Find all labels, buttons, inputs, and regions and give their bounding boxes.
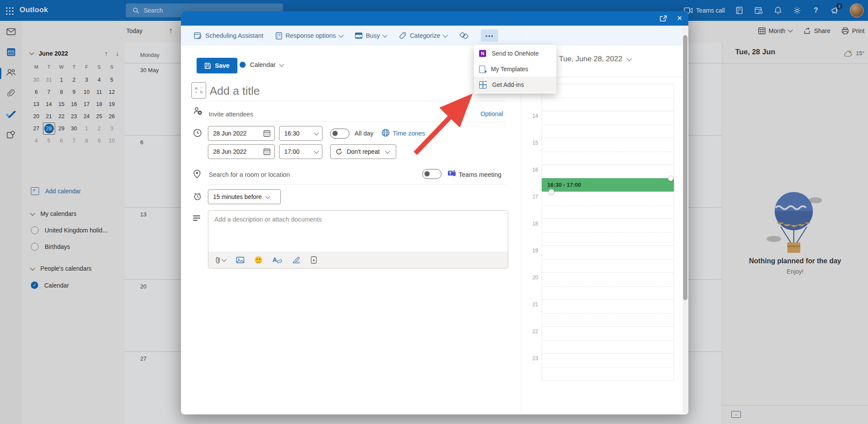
location-input[interactable]: Search for a room or location bbox=[209, 171, 290, 178]
optional-attendees-link[interactable]: Optional bbox=[480, 110, 503, 117]
response-options-button[interactable]: Response options bbox=[276, 32, 343, 40]
day-hour-row[interactable]: 20 bbox=[542, 272, 674, 299]
day-panel-header[interactable]: Tue, June 28, 2022 bbox=[559, 55, 631, 63]
time-zones-globe-icon bbox=[381, 129, 390, 137]
day-hour-row[interactable]: 19 bbox=[542, 245, 674, 272]
chevron-down-icon bbox=[627, 56, 631, 61]
room-finder-icon bbox=[459, 32, 469, 40]
day-hour-row[interactable] bbox=[542, 84, 674, 111]
half-hour-line bbox=[542, 205, 674, 206]
event-resize-handle-top[interactable] bbox=[668, 176, 674, 181]
teams-meeting-toggle[interactable] bbox=[422, 169, 441, 179]
scrollbar[interactable] bbox=[683, 26, 688, 413]
all-day-label: All day bbox=[355, 130, 374, 137]
hour-label: 22 bbox=[526, 328, 538, 335]
half-hour-line bbox=[542, 98, 674, 98]
half-hour-line bbox=[542, 313, 674, 314]
location-pin-icon bbox=[193, 169, 201, 179]
day-hour-row[interactable]: 15 bbox=[542, 138, 674, 165]
reminder-value: 15 minutes before bbox=[213, 193, 262, 200]
event-emoji-picker[interactable]: ⊘♡+↻ bbox=[191, 82, 206, 99]
busy-label: Busy bbox=[366, 32, 380, 39]
description-editor[interactable]: Add a description or attach documents A bbox=[208, 210, 508, 268]
close-icon[interactable]: ✕ bbox=[677, 14, 682, 22]
day-hour-row[interactable]: 18 bbox=[542, 219, 674, 245]
menu-item-send-to-onenote[interactable]: NSend to OneNote bbox=[474, 46, 556, 61]
new-event-dialog: ✕ Scheduling Assistant Response options … bbox=[181, 11, 688, 414]
scheduling-assistant-button[interactable]: Scheduling Assistant bbox=[194, 32, 263, 40]
day-hour-row[interactable]: 14 bbox=[542, 111, 674, 138]
event-block[interactable]: 16:30 - 17:00 bbox=[542, 178, 674, 192]
event-resize-handle-bottom[interactable] bbox=[549, 189, 554, 195]
more-options-button[interactable]: ••• bbox=[481, 30, 498, 42]
event-time-label: 16:30 - 17:00 bbox=[547, 182, 581, 188]
description-placeholder: Add a description or attach documents bbox=[214, 216, 322, 223]
chevron-down-icon bbox=[382, 33, 387, 37]
scheduling-assistant-label: Scheduling Assistant bbox=[205, 32, 263, 39]
repeat-dropdown[interactable]: Don't repeat bbox=[330, 144, 396, 159]
save-label: Save bbox=[215, 62, 230, 69]
day-hour-row[interactable]: 22 bbox=[542, 326, 674, 353]
reminder-alarm-icon bbox=[193, 192, 202, 201]
day-hour-row[interactable]: 21 bbox=[542, 299, 674, 326]
chevron-down-icon bbox=[385, 149, 390, 153]
chevron-down-icon bbox=[314, 130, 319, 135]
eraser-icon bbox=[277, 259, 282, 263]
title-input[interactable]: Add a title bbox=[210, 84, 260, 98]
half-hour-line bbox=[542, 259, 674, 260]
start-time-field[interactable]: 16:30 bbox=[279, 126, 322, 141]
categorize-dropdown[interactable]: Categorize bbox=[399, 32, 447, 40]
half-hour-line bbox=[542, 340, 674, 341]
emoji-icon[interactable] bbox=[255, 256, 262, 264]
half-hour-line bbox=[542, 367, 674, 368]
dialog-title-bar[interactable]: ✕ bbox=[181, 11, 688, 26]
chevron-down-icon bbox=[339, 33, 343, 37]
date-picker-icon[interactable] bbox=[263, 148, 270, 155]
start-date-field[interactable]: 28 Jun 2022 bbox=[208, 126, 275, 141]
repeat-icon bbox=[335, 148, 342, 155]
more-menu: NSend to OneNoteMy TemplatesGet Add-ins bbox=[474, 45, 556, 93]
letter-a-glyph: A bbox=[273, 256, 277, 263]
clear-formatting-button[interactable]: A bbox=[273, 256, 282, 263]
menu-item-get-add-ins[interactable]: Get Add-ins bbox=[474, 77, 556, 93]
day-hour-row[interactable]: 17 bbox=[542, 192, 674, 219]
chevron-down-icon bbox=[265, 194, 270, 199]
start-time-value: 16:30 bbox=[284, 130, 299, 137]
chevron-down-icon bbox=[221, 257, 226, 262]
insert-image-icon[interactable] bbox=[236, 257, 244, 263]
date-picker-icon[interactable] bbox=[263, 130, 270, 137]
invite-attendees-input[interactable]: Invite attendees bbox=[209, 111, 253, 118]
hour-label: 21 bbox=[526, 301, 538, 308]
chevron-down-icon bbox=[314, 149, 319, 153]
menu-item-my-templates[interactable]: My Templates bbox=[474, 61, 556, 77]
room-finder-button[interactable] bbox=[459, 32, 469, 40]
hour-label: 19 bbox=[526, 248, 538, 254]
save-icon bbox=[204, 63, 211, 69]
draw-pen-icon[interactable] bbox=[293, 256, 300, 263]
scrollbar-thumb[interactable] bbox=[683, 35, 687, 300]
open-in-new-window-icon[interactable] bbox=[660, 15, 667, 22]
menu-item-label: My Templates bbox=[491, 66, 528, 73]
menu-item-label: Send to OneNote bbox=[492, 50, 539, 57]
loop-component-icon[interactable] bbox=[311, 256, 317, 264]
hour-label: 15 bbox=[526, 140, 538, 146]
dialog-toolbar: Scheduling Assistant Response options Bu… bbox=[181, 26, 688, 46]
response-options-label: Response options bbox=[286, 32, 336, 39]
save-button[interactable]: Save bbox=[197, 58, 237, 73]
time-zones-link[interactable]: Time zones bbox=[393, 130, 425, 137]
response-options-icon bbox=[276, 32, 282, 40]
half-hour-line bbox=[542, 152, 674, 152]
calendar-selector[interactable]: Calendar bbox=[240, 61, 283, 68]
attach-file-button[interactable] bbox=[215, 256, 226, 264]
end-date-field[interactable]: 28 Jun 2022 bbox=[208, 144, 275, 159]
hour-label: 16 bbox=[526, 167, 538, 173]
busy-status-dropdown[interactable]: Busy bbox=[355, 32, 387, 39]
hour-label: 18 bbox=[526, 221, 538, 227]
all-day-toggle[interactable] bbox=[330, 129, 349, 139]
divider bbox=[209, 184, 506, 185]
day-hour-row[interactable]: 23 bbox=[542, 353, 674, 380]
end-time-field[interactable]: 17:00 bbox=[279, 144, 322, 159]
reminder-dropdown[interactable]: 15 minutes before bbox=[208, 189, 281, 204]
onenote-icon: N bbox=[479, 50, 486, 57]
outlook-calendar-app: Outlook Search Teams call ? bbox=[0, 0, 868, 424]
